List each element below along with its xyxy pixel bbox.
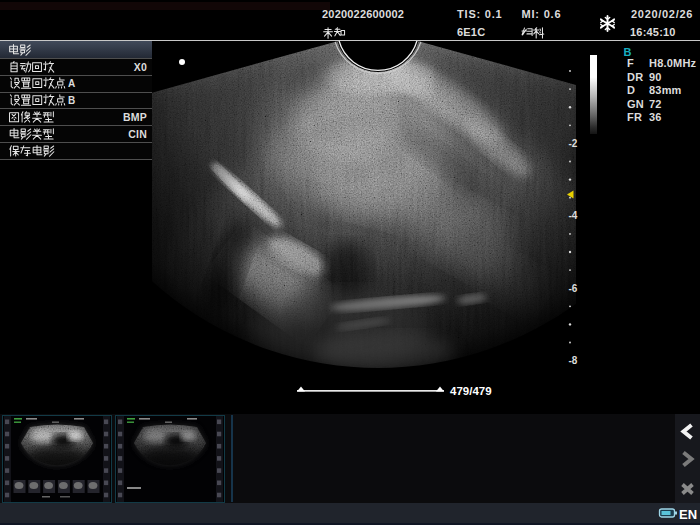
svg-text:-2: -2 [569,138,578,149]
svg-text:479/479: 479/479 [450,385,492,397]
svg-text:-8: -8 [569,355,578,366]
svg-text:-4: -4 [569,210,578,221]
svg-text:-6: -6 [569,283,578,294]
svg-text:EN: EN [679,507,697,522]
